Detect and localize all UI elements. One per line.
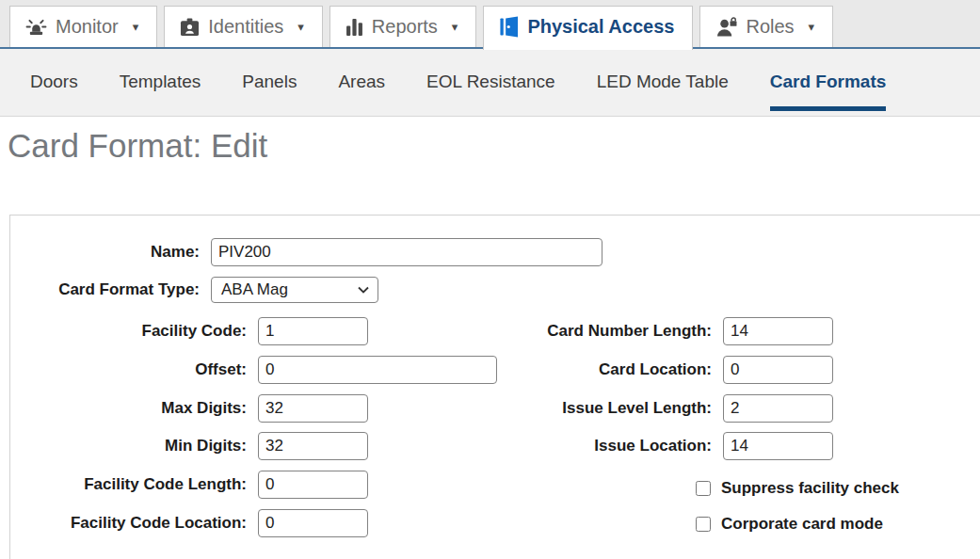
corporate-card-mode-row: Corporate card mode xyxy=(519,515,883,534)
page-title: Card Format: Edit xyxy=(8,127,980,165)
siren-icon xyxy=(25,18,47,36)
name-label: Name: xyxy=(10,243,200,262)
tab-physical-access-label: Physical Access xyxy=(527,16,674,38)
card-format-type-value: ABA Mag xyxy=(221,280,288,299)
min-digits-input[interactable] xyxy=(258,432,368,460)
tab-reports[interactable]: Reports ▾ xyxy=(329,6,477,47)
name-row: Name: xyxy=(10,238,602,266)
primary-tab-bar: Monitor ▾ Identities ▾ Reports ▾ xyxy=(0,0,980,49)
card-location-label: Card Location: xyxy=(519,360,712,379)
facility-code-label: Facility Code: xyxy=(10,322,247,341)
door-icon xyxy=(499,16,519,38)
subnav-item-templates[interactable]: Templates xyxy=(120,49,201,116)
min-digits-label: Min Digits: xyxy=(10,437,247,455)
active-tab-underline xyxy=(770,106,887,111)
suppress-facility-check-checkbox[interactable] xyxy=(696,481,711,496)
select-chevron-icon xyxy=(358,286,369,294)
chevron-down-icon: ▾ xyxy=(452,21,458,33)
tab-identities-label: Identities xyxy=(208,16,283,38)
offset-row: Offset: xyxy=(10,356,497,384)
offset-label: Offset: xyxy=(10,360,247,379)
issue-location-label: Issue Location: xyxy=(519,437,712,455)
chevron-down-icon: ▾ xyxy=(297,21,304,33)
facility-code-length-label: Facility Code Length: xyxy=(10,475,247,494)
card-number-length-label: Card Number Length: xyxy=(519,322,712,341)
card-number-length-input[interactable] xyxy=(723,317,833,345)
issue-level-length-label: Issue Level Length: xyxy=(519,399,712,418)
suppress-facility-check-row: Suppress facility check xyxy=(519,479,899,498)
card-format-type-select[interactable]: ABA Mag xyxy=(211,277,378,303)
tab-monitor-label: Monitor xyxy=(56,16,119,38)
issue-location-row: Issue Location: xyxy=(519,432,833,460)
corporate-card-mode-checkbox[interactable] xyxy=(696,517,711,532)
suppress-facility-check-label: Suppress facility check xyxy=(721,479,899,498)
chevron-down-icon: ▾ xyxy=(809,21,815,33)
facility-code-input[interactable] xyxy=(258,317,368,345)
subnav-item-eol-resistance[interactable]: EOL Resistance xyxy=(426,49,555,116)
corporate-card-mode-label: Corporate card mode xyxy=(721,515,883,534)
issue-level-length-row: Issue Level Length: xyxy=(519,394,833,423)
tab-identities[interactable]: Identities ▾ xyxy=(164,6,323,47)
tab-roles-label: Roles xyxy=(746,16,794,38)
offset-input[interactable] xyxy=(258,356,497,384)
name-input[interactable] xyxy=(211,238,602,266)
facility-code-length-row: Facility Code Length: xyxy=(10,471,368,499)
issue-location-input[interactable] xyxy=(723,432,833,460)
subnav-item-doors[interactable]: Doors xyxy=(30,49,78,116)
id-badge-icon xyxy=(180,18,200,37)
card-format-edit-page: { "header": { "tabs": [ { "label": "Moni… xyxy=(0,0,980,559)
tab-physical-access[interactable]: Physical Access xyxy=(483,6,693,50)
user-lock-icon xyxy=(715,17,737,37)
tab-roles[interactable]: Roles ▾ xyxy=(699,6,833,47)
min-digits-row: Min Digits: xyxy=(10,432,368,460)
issue-level-length-input[interactable] xyxy=(723,394,833,423)
card-format-form: Name: Card Format Type: ABA Mag Facility… xyxy=(9,215,980,559)
card-location-row: Card Location: xyxy=(519,356,833,384)
subnav-item-panels[interactable]: Panels xyxy=(242,49,297,116)
subnav-item-areas[interactable]: Areas xyxy=(338,49,385,116)
chevron-down-icon: ▾ xyxy=(133,21,139,33)
tab-reports-label: Reports xyxy=(372,16,438,38)
max-digits-input[interactable] xyxy=(258,394,368,423)
physical-access-subnav: Doors Templates Panels Areas EOL Resista… xyxy=(0,49,980,117)
facility-code-row: Facility Code: xyxy=(10,317,368,345)
bar-chart-icon xyxy=(345,18,363,36)
subnav-item-card-formats[interactable]: Card Formats xyxy=(770,49,887,116)
max-digits-row: Max Digits: xyxy=(10,394,368,423)
tab-monitor[interactable]: Monitor ▾ xyxy=(9,6,157,47)
facility-code-location-label: Facility Code Location: xyxy=(10,514,247,533)
facility-code-length-input[interactable] xyxy=(258,471,368,499)
facility-code-location-input[interactable] xyxy=(258,509,368,537)
card-format-type-label: Card Format Type: xyxy=(10,280,200,299)
card-location-input[interactable] xyxy=(723,356,833,384)
subnav-item-led-mode-table[interactable]: LED Mode Table xyxy=(597,49,729,116)
max-digits-label: Max Digits: xyxy=(10,399,247,418)
card-number-length-row: Card Number Length: xyxy=(519,317,833,345)
facility-code-location-row: Facility Code Location: xyxy=(10,509,368,537)
card-format-type-row: Card Format Type: ABA Mag xyxy=(10,276,378,304)
